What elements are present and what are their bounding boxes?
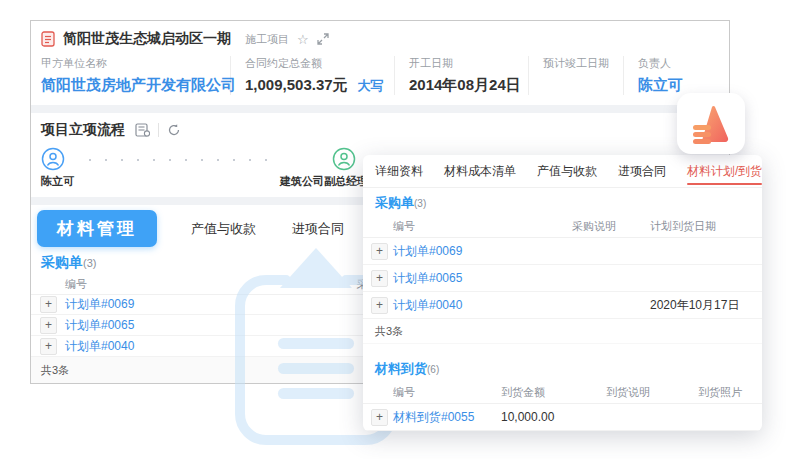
field-label: 合同约定总金额: [245, 56, 380, 71]
purchase-order-link[interactable]: 计划单#0069: [393, 243, 538, 260]
approval-flow-header: 项目立项流程: [31, 113, 729, 143]
section-title-text: 采购单: [41, 254, 83, 270]
col-arrival-photo: 到货照片: [698, 385, 762, 400]
field-label: 甲方单位名称: [41, 56, 216, 71]
field-contract-amount: 合同约定总金额 1,009,503.37元大写: [245, 56, 395, 95]
party-a-link[interactable]: 简阳世茂房地产开发有限公司: [41, 76, 216, 95]
document-icon: [41, 31, 55, 47]
expand-row-button[interactable]: +: [371, 270, 388, 287]
field-expected-completion: 预计竣工日期: [543, 56, 624, 95]
section-divider: [31, 105, 729, 113]
planned-date-cell: 2020年10月17日: [650, 297, 762, 314]
avatar-icon-blue[interactable]: [41, 147, 65, 171]
tab-material-cost-list[interactable]: 材料成本清单: [444, 155, 516, 188]
star-icon[interactable]: ☆: [297, 33, 309, 46]
expand-row-button[interactable]: +: [371, 409, 388, 426]
expand-icon[interactable]: [317, 33, 329, 45]
approver-role: 建筑公司副总经理: [280, 175, 368, 187]
table-total-count: 共3条: [363, 319, 762, 344]
project-type-tag: 施工项目: [245, 32, 289, 47]
material-management-button[interactable]: 材料管理: [37, 210, 157, 247]
col-arrival-desc: 到货说明: [606, 385, 698, 400]
purchase-order-link[interactable]: 计划单#0069: [65, 296, 243, 313]
tab-incoming-contracts[interactable]: 进项合同: [618, 155, 666, 188]
tab-material-plan-arrival[interactable]: 材料计划/到货: [687, 155, 762, 188]
flow-step-owner: 陈立可: [41, 147, 74, 189]
purchase-order-link[interactable]: 计划单#0065: [393, 270, 538, 287]
amount-capital-link[interactable]: 大写: [358, 78, 384, 93]
purchase-order-link[interactable]: 计划单#0040: [65, 338, 243, 355]
window-header: 简阳世茂生态城启动区一期 施工项目 ☆: [31, 21, 729, 54]
tab-detail-info[interactable]: 详细资料: [375, 155, 423, 188]
expand-row-button[interactable]: +: [371, 297, 388, 314]
icon-divider: [158, 123, 159, 137]
col-arrival-amount: 到货金额: [501, 385, 606, 400]
table-row: + 计划单#0069: [363, 238, 762, 265]
col-number: 编号: [393, 385, 501, 400]
tab-output-and-receipts[interactable]: 产值与收款: [537, 155, 597, 188]
purchase-order-section-title: 采购单(3): [363, 188, 762, 215]
summary-fields: 甲方单位名称 简阳世茂房地产开发有限公司 合同约定总金额 1,009,503.3…: [31, 54, 729, 105]
expected-completion-value: [543, 76, 609, 94]
table-row: + 计划单#0040 2020年10月17日: [363, 292, 762, 319]
material-arrival-link[interactable]: 材料到货#0055: [393, 409, 501, 426]
avatar-icon-green[interactable]: [332, 147, 356, 171]
col-number: 编号: [393, 219, 538, 234]
refresh-icon[interactable]: [167, 123, 181, 137]
start-date-value: 2014年08月24日: [409, 76, 514, 95]
app-logo-icon: [689, 103, 733, 145]
field-owner: 负责人 陈立可: [638, 56, 705, 95]
field-label: 预计竣工日期: [543, 56, 609, 71]
owner-link[interactable]: 陈立可: [638, 76, 691, 95]
section-title-text: 采购单: [375, 195, 414, 210]
page: 简阳世茂生态城启动区一期 施工项目 ☆ 甲方单位名称 简阳世茂房地产开发有限公司…: [0, 0, 792, 459]
table-row: + 计划单#0065: [363, 265, 762, 292]
purchase-order-link[interactable]: 计划单#0065: [65, 317, 243, 334]
flow-step-label: 陈立可: [41, 174, 74, 189]
expand-row-button[interactable]: +: [371, 243, 388, 260]
purchase-order-link[interactable]: 计划单#0040: [393, 297, 538, 314]
field-start-date: 开工日期 2014年08月24日: [409, 56, 529, 95]
arrival-table-header: 编号 到货金额 到货说明 到货照片: [363, 381, 762, 404]
tab-output-and-receipts[interactable]: 产值与收款: [189, 211, 258, 247]
flow-connector-dots: [82, 159, 272, 161]
field-label: 负责人: [638, 56, 691, 71]
expand-row-button[interactable]: +: [40, 317, 57, 334]
expand-row-button[interactable]: +: [40, 338, 57, 355]
purchase-table-header: 编号 采购说明 计划到货日期: [363, 215, 762, 238]
expand-row-button[interactable]: +: [40, 296, 57, 313]
amount-text: 1,009,503.37元: [245, 76, 348, 93]
section-count: (3): [414, 198, 426, 209]
tab-incoming-contracts[interactable]: 进项合同: [290, 211, 346, 247]
table-row: + 材料到货#0055 10,000.00: [363, 404, 762, 431]
page-title: 简阳世茂生态城启动区一期: [63, 30, 231, 48]
contract-amount-value: 1,009,503.37元大写: [245, 76, 380, 95]
section-count: (3): [83, 257, 96, 269]
col-number: 编号: [65, 277, 243, 292]
flow-title: 项目立项流程: [41, 121, 125, 139]
flow-detail-icon[interactable]: [135, 123, 150, 137]
detail-panel: 详细资料 材料成本清单 产值与收款 进项合同 材料计划/到货 劳务工人 采购单(…: [363, 155, 762, 431]
material-arrival-section-title: 材料到货(6): [363, 354, 762, 381]
field-label: 开工日期: [409, 56, 514, 71]
arrival-amount-cell: 10,000.00: [501, 410, 606, 424]
panel-tabbar: 详细资料 材料成本清单 产值与收款 进项合同 材料计划/到货 劳务工人: [363, 155, 762, 188]
section-gap: [363, 344, 762, 354]
app-logo-badge: [677, 93, 745, 154]
col-planned-date: 计划到货日期: [650, 219, 762, 234]
col-purchase-desc: 采购说明: [538, 219, 650, 234]
section-title-text: 材料到货: [375, 361, 427, 376]
field-party-a: 甲方单位名称 简阳世茂房地产开发有限公司: [41, 56, 231, 95]
section-count: (6): [427, 364, 439, 375]
